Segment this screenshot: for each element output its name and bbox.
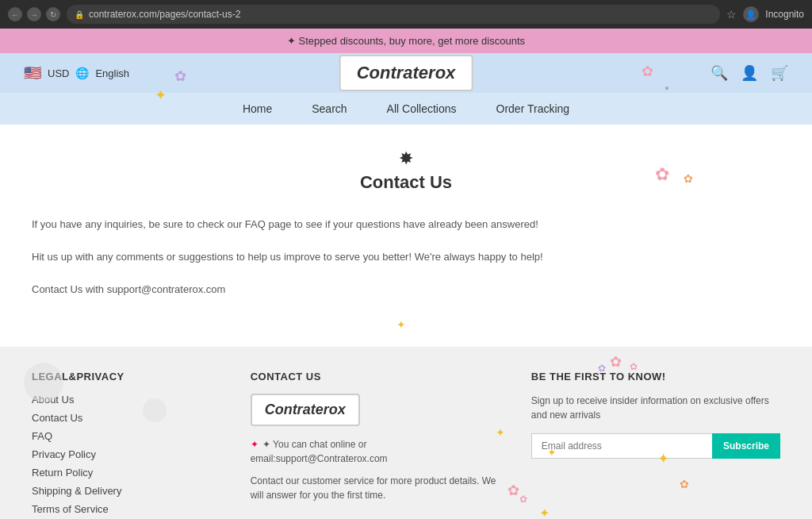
nav-search[interactable]: Search [312, 102, 347, 115]
paragraph-1: If you have any inquiries, be sure to ch… [32, 217, 587, 233]
header: 🇺🇸 USD 🌐 English ✿ ✦ ✿ ● Contraterox 🔍 👤… [0, 53, 812, 93]
footer-flower-8: ✦ [657, 450, 669, 467]
logo-text: Contraterox [357, 63, 456, 83]
link-terms[interactable]: Terms of Service [32, 503, 219, 515]
contact-heading: CONTACT US [251, 371, 500, 383]
header-left: 🇺🇸 USD 🌐 English [24, 64, 129, 82]
currency-label[interactable]: USD [48, 67, 69, 79]
link-contact-us[interactable]: Contact Us [32, 412, 219, 424]
footer-contact-col: CONTACT US Contraterox ✦ ✦ You can chat … [251, 371, 500, 510]
forward-button[interactable]: → [27, 7, 41, 21]
contact-note-1: ✦ ✦ You can chat online or email:support… [251, 437, 500, 466]
address-bar[interactable]: 🔒 contraterox.com/pages/contact-us-2 [67, 5, 720, 24]
bookmark-icon[interactable]: ☆ [726, 8, 737, 21]
header-right: 🔍 👤 🛒 [710, 64, 788, 82]
deco-flower-1: ✿ [174, 67, 186, 85]
main-deco-3: ✦ [396, 318, 406, 331]
link-shipping[interactable]: Shipping & Delivery [32, 485, 219, 497]
footer-legal-col: Legal&Privacy About Us Contact Us FAQ Pr… [32, 371, 219, 519]
newsletter-heading: BE THE FIRST TO KNOW! [531, 371, 780, 383]
refresh-button[interactable]: ↻ [46, 7, 60, 21]
nav-order-tracking[interactable]: Order Tracking [496, 102, 570, 115]
promo-banner: ✦ Stepped discounts, buy more, get more … [0, 29, 812, 53]
footer-flower-7: ✦ [547, 446, 557, 459]
footer-logo-box: Contraterox [251, 394, 360, 426]
subscribe-button[interactable]: Subscribe [712, 433, 780, 459]
incognito-label: Incognito [765, 9, 804, 20]
search-icon[interactable]: 🔍 [710, 64, 728, 82]
incognito-icon: 👤 [743, 6, 759, 22]
nav-bar: Home Search All Collections Order Tracki… [0, 93, 812, 125]
main-content: ✿ ✿ ✦ ✸ Contact Us If you have any inqui… [0, 125, 812, 347]
page-title: Contact Us [32, 172, 780, 193]
footer-flower-5: ✿ [508, 482, 519, 499]
account-icon[interactable]: 👤 [741, 64, 758, 82]
back-button[interactable]: ← [8, 7, 22, 21]
footer-flower-4: ✦ [496, 426, 505, 439]
footer-newsletter-col: BE THE FIRST TO KNOW! Sign up to receive… [531, 371, 780, 459]
paragraph-2: Hit us up with any comments or suggestio… [32, 249, 587, 266]
browser-icons-right: ☆ 👤 Incognito [726, 6, 804, 22]
newsletter-desc: Sign up to receive insider information o… [531, 394, 780, 422]
globe-icon: 🌐 [75, 67, 89, 79]
footer-flower-2: ✿ [630, 361, 638, 372]
footer-flower-9: ✦ [539, 506, 550, 519]
nav-all-collections[interactable]: All Collections [387, 102, 457, 115]
deco-flower-3: ✿ [642, 63, 653, 80]
deco-dot: ● [665, 83, 669, 92]
logo-box: Contraterox [339, 55, 473, 91]
flag-icon: 🇺🇸 [24, 64, 41, 82]
page-title-container: ✸ Contact Us [32, 148, 780, 193]
cart-icon[interactable]: 🛒 [771, 64, 788, 82]
footer-flower-10: ✿ [680, 478, 689, 490]
contact-highlight: ✦ [251, 439, 259, 450]
link-privacy-policy[interactable]: Privacy Policy [32, 448, 219, 460]
logo-container: Contraterox [339, 55, 473, 91]
browser-chrome: ← → ↻ 🔒 contraterox.com/pages/contact-us… [0, 0, 812, 29]
url-text: contraterox.com/pages/contact-us-2 [89, 9, 240, 20]
sun-icon: ✸ [32, 148, 780, 169]
footer-flower-6: ✿ [519, 494, 527, 505]
language-label[interactable]: English [95, 67, 129, 79]
contact-note-2: Contact our customer service for more pr… [251, 474, 500, 502]
browser-controls: ← → ↻ [8, 7, 60, 21]
nav-home[interactable]: Home [243, 102, 272, 115]
footer: ✿ ✿ ✿ ✦ ✿ ✿ ✦ ✦ ✦ ✿ Legal&Privacy About … [0, 347, 812, 519]
newsletter-form: Subscribe [531, 433, 780, 459]
footer-logo-text: Contraterox [265, 402, 346, 417]
link-about-us[interactable]: About Us [32, 394, 219, 406]
email-input[interactable] [531, 433, 712, 459]
footer-columns: Legal&Privacy About Us Contact Us FAQ Pr… [32, 371, 780, 519]
footer-flower-1: ✿ [610, 353, 622, 371]
link-return-policy[interactable]: Return Policy [32, 467, 219, 479]
promo-text: ✦ Stepped discounts, buy more, get more … [287, 35, 525, 47]
legal-heading: Legal&Privacy [32, 371, 219, 383]
paragraph-3: Contact Us with support@contraterox.com [32, 282, 587, 298]
footer-flower-3: ✿ [598, 363, 606, 374]
link-faq[interactable]: FAQ [32, 430, 219, 442]
